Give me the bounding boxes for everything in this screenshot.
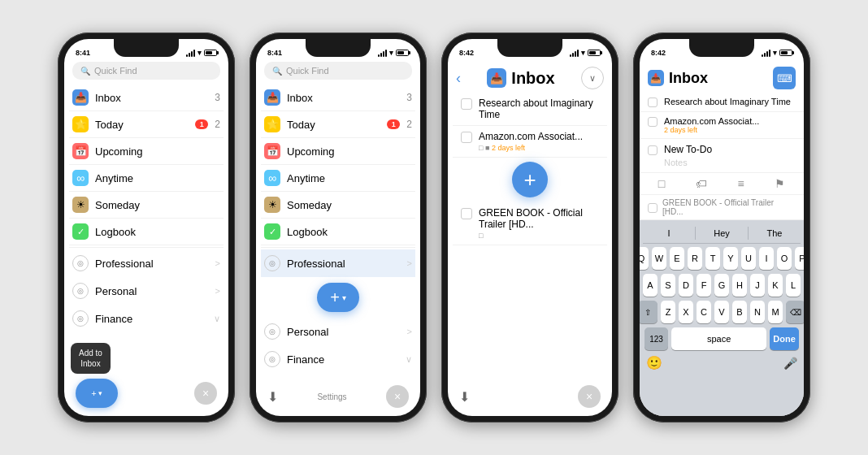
key-g[interactable]: G — [714, 274, 729, 297]
key-i[interactable]: I — [759, 247, 774, 270]
list-item-inbox[interactable]: 📥 Inbox 3 — [69, 84, 224, 111]
fab-button[interactable]: + — [512, 162, 548, 197]
group-professional[interactable]: ◎ Professional > — [69, 249, 224, 277]
key-w[interactable]: W — [652, 247, 666, 270]
key-space[interactable]: space — [671, 327, 766, 350]
toolbar-icon-tag[interactable]: 🏷 — [696, 177, 707, 190]
time: 8:41 — [267, 49, 282, 57]
list-item-someday[interactable]: ☀ Someday — [69, 192, 224, 219]
settings-label[interactable]: Settings — [317, 392, 346, 401]
list-item-logbook[interactable]: ✓ Logbook — [69, 219, 224, 245]
key-b[interactable]: B — [732, 301, 747, 323]
key-n[interactable]: N — [750, 301, 765, 323]
key-a[interactable]: A — [643, 274, 658, 297]
key-h[interactable]: H — [732, 274, 747, 297]
task-text-2: GREEN BOOK - Official Trailer [HD... — [479, 207, 599, 230]
list-item-logbook[interactable]: ✓ Logbook — [261, 219, 415, 245]
suggestion-2[interactable]: The — [748, 227, 801, 240]
list-item-today[interactable]: ⭐ Today 1 2 — [69, 111, 224, 138]
key-shift[interactable]: ⇧ — [640, 301, 658, 323]
key-done[interactable]: Done — [770, 327, 799, 350]
emoji-key[interactable]: 🙂 — [646, 355, 662, 370]
search-bar[interactable]: 🔍 Quick Find — [72, 62, 220, 80]
key-q[interactable]: Q — [640, 247, 649, 270]
sort-button[interactable]: ∨ — [581, 67, 604, 89]
key-m[interactable]: M — [768, 301, 783, 323]
list-item-someday[interactable]: ☀ Someday — [261, 192, 415, 219]
anytime-label: Anytime — [95, 172, 220, 184]
editor-task-text-1: Amazon.com Associat... — [664, 116, 796, 126]
download-icon[interactable]: ⬇ — [267, 389, 278, 405]
key-123[interactable]: 123 — [644, 327, 668, 350]
upcoming-icon: 📅 — [264, 143, 280, 159]
group-personal[interactable]: ◎ Personal > — [261, 318, 415, 345]
close-button[interactable]: × — [386, 385, 409, 408]
wifi-icon: ▾ — [581, 49, 585, 57]
key-r[interactable]: R — [688, 247, 702, 270]
group-professional-arrow: > — [407, 258, 412, 268]
key-v[interactable]: V — [714, 301, 729, 323]
close-button[interactable]: × — [194, 382, 217, 405]
editor-task-text-0: Research about Imaginary Time — [664, 97, 791, 106]
list-item-inbox[interactable]: 📥 Inbox 3 — [261, 84, 415, 111]
task-checkbox-1[interactable] — [461, 132, 472, 143]
group-professional[interactable]: ◎ Professional > — [261, 249, 415, 277]
task-checkbox-0[interactable] — [461, 98, 472, 110]
key-c[interactable]: C — [697, 301, 711, 323]
bottom-task-checkbox[interactable] — [648, 203, 658, 213]
editor-task-0[interactable]: Research about Imaginary Time — [640, 93, 804, 112]
key-e[interactable]: E — [670, 247, 684, 270]
back-button[interactable]: ‹ — [456, 70, 461, 87]
group-finance-icon: ◎ — [72, 310, 89, 327]
task-item-2[interactable]: GREEN BOOK - Official Trailer [HD... □ — [453, 202, 607, 245]
list-item-anytime[interactable]: ∞ Anytime — [261, 165, 415, 192]
download-icon[interactable]: ⬇ — [459, 389, 470, 405]
key-d[interactable]: D — [679, 274, 693, 297]
task-checkbox-2[interactable] — [461, 208, 472, 219]
fab-add-button[interactable]: + ▾ — [76, 379, 118, 408]
task-item-0[interactable]: Research about Imaginary Time — [453, 93, 607, 126]
suggestion-1[interactable]: Hey — [695, 227, 748, 240]
key-u[interactable]: U — [741, 247, 756, 270]
upcoming-label: Upcoming — [287, 145, 412, 158]
new-task-checkbox[interactable] — [648, 145, 658, 155]
list-item-anytime[interactable]: ∞ Anytime — [69, 165, 224, 192]
key-t[interactable]: T — [705, 247, 720, 270]
toolbar-icon-checkbox[interactable]: □ — [658, 177, 665, 190]
key-o[interactable]: O — [777, 247, 792, 270]
inbox-icon: 📥 — [264, 89, 280, 106]
list-item-today[interactable]: ⭐ Today 1 2 — [261, 111, 415, 138]
close-button[interactable]: × — [578, 385, 601, 408]
group-professional-label: Professional — [95, 258, 209, 270]
key-k[interactable]: K — [768, 274, 783, 297]
keyboard-toggle-button[interactable]: ⌨ — [773, 67, 796, 89]
key-f[interactable]: F — [697, 274, 711, 297]
group-personal-icon: ◎ — [72, 283, 89, 299]
toolbar-icon-flag[interactable]: ⚑ — [775, 177, 785, 190]
fab-area: + — [453, 158, 607, 202]
editor-task-1[interactable]: Amazon.com Associat... 2 days left — [640, 112, 804, 139]
task-item-1[interactable]: Amazon.com Associat... □ ■ 2 days left — [453, 126, 607, 158]
mic-key[interactable]: 🎤 — [783, 357, 797, 370]
key-z[interactable]: Z — [661, 301, 675, 323]
key-x[interactable]: X — [679, 301, 693, 323]
group-personal[interactable]: ◎ Personal > — [69, 277, 224, 305]
list-item-upcoming[interactable]: 📅 Upcoming — [69, 138, 224, 165]
editor-checkbox-0[interactable] — [648, 98, 658, 107]
toolbar-icon-list[interactable]: ≡ — [737, 177, 744, 190]
today-count: 2 — [406, 119, 412, 130]
fab-center-button[interactable]: + ▾ — [317, 283, 359, 312]
battery-icon — [204, 50, 217, 56]
key-s[interactable]: S — [661, 274, 675, 297]
search-bar[interactable]: 🔍 Quick Find — [264, 62, 412, 80]
list-item-upcoming[interactable]: 📅 Upcoming — [261, 138, 415, 165]
group-finance[interactable]: ◎ Finance ∨ — [261, 345, 415, 373]
key-j[interactable]: J — [750, 274, 765, 297]
editor-checkbox-1[interactable] — [648, 117, 658, 127]
key-backspace[interactable]: ⌫ — [786, 301, 804, 323]
key-p[interactable]: P — [795, 247, 804, 270]
key-l[interactable]: L — [786, 274, 801, 297]
suggestion-0[interactable]: I — [643, 227, 695, 240]
group-finance[interactable]: ◎ Finance ∨ — [69, 305, 224, 332]
key-y[interactable]: Y — [723, 247, 738, 270]
